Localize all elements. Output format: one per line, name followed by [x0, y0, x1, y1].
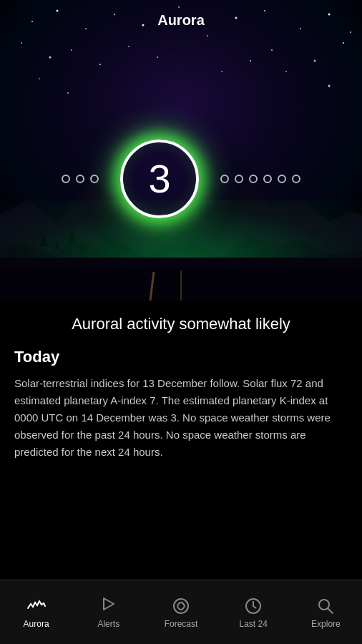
kp-dot-6	[249, 175, 258, 183]
kp-dot-7	[263, 175, 272, 183]
nav-label-last24: Last 24	[240, 619, 268, 629]
kp-dot-2	[76, 175, 84, 183]
nav-item-alerts[interactable]: Alerts	[72, 589, 145, 636]
svg-point-25	[157, 57, 158, 58]
nav-item-aurora[interactable]: Aurora	[0, 589, 72, 636]
nav-label-alerts: Alerts	[97, 619, 119, 629]
app-header: Aurora	[0, 0, 362, 40]
nav-item-last24[interactable]: Last 24	[217, 589, 290, 636]
kp-dot-3	[90, 175, 99, 183]
nav-item-forecast[interactable]: Forecast	[145, 589, 217, 636]
svg-point-16	[99, 64, 101, 65]
hero-section: 3	[0, 0, 362, 301]
activity-status-text: Auroral activity somewhat likely	[14, 315, 348, 333]
explore-search-icon	[315, 596, 336, 616]
svg-point-15	[71, 49, 72, 51]
svg-point-21	[39, 78, 40, 79]
kp-value: 3	[148, 159, 170, 199]
svg-line-35	[328, 608, 333, 613]
nav-label-aurora: Aurora	[24, 619, 49, 629]
aurora-icon	[26, 596, 47, 616]
bottom-navigation: Aurora Alerts Forecast Last 24	[0, 580, 362, 644]
app-title: Aurora	[157, 12, 205, 29]
svg-point-17	[128, 46, 129, 47]
nav-label-explore: Explore	[311, 619, 341, 629]
today-label: Today	[14, 348, 348, 366]
kp-dots-left	[62, 175, 99, 183]
svg-point-32	[174, 599, 188, 613]
kp-dot-4	[220, 175, 229, 183]
svg-point-19	[314, 60, 316, 62]
nav-label-forecast: Forecast	[165, 619, 198, 629]
svg-point-23	[285, 71, 287, 72]
kp-dot-1	[62, 175, 70, 183]
alerts-icon	[99, 596, 119, 616]
forecast-icon	[171, 596, 191, 616]
kp-indicator-container: 3	[62, 140, 300, 218]
kp-dot-9	[292, 175, 300, 183]
svg-point-13	[21, 42, 22, 44]
svg-point-20	[343, 42, 344, 44]
svg-point-14	[49, 57, 52, 59]
nav-item-explore[interactable]: Explore	[290, 589, 362, 636]
kp-circle: 3	[120, 140, 199, 218]
clock-icon	[243, 596, 263, 616]
kp-dot-8	[278, 175, 286, 183]
svg-point-18	[271, 49, 273, 51]
svg-point-26	[221, 71, 222, 72]
kp-dots-right	[220, 175, 300, 183]
svg-point-24	[328, 85, 331, 87]
kp-dot-5	[235, 175, 243, 183]
svg-point-27	[250, 60, 251, 62]
svg-point-22	[67, 92, 69, 94]
forecast-description: Solar-terrestrial indices for 13 Decembe…	[14, 375, 348, 461]
